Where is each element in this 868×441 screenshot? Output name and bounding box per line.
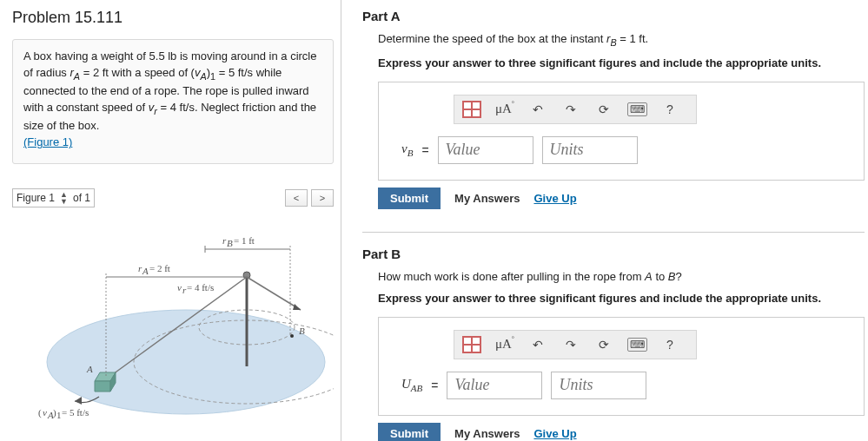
part-b-my-answers[interactable]: My Answers [454, 427, 520, 440]
svg-text:A: A [86, 364, 93, 374]
part-b-give-up[interactable]: Give Up [533, 427, 576, 440]
problem-title: Problem 15.111 [12, 9, 334, 27]
reset-icon[interactable]: ⟳ [592, 334, 616, 355]
part-a-units-input[interactable] [542, 136, 638, 164]
undo-icon[interactable]: ↶ [526, 99, 550, 120]
keyboard-icon[interactable]: ⌨ [625, 99, 649, 120]
figure-of-label: of 1 [73, 192, 90, 204]
template-tool-icon[interactable] [460, 334, 484, 355]
reset-icon[interactable]: ⟳ [592, 99, 616, 120]
part-b-submit-button[interactable]: Submit [378, 423, 441, 441]
part-b-instruction: Express your answer to three significant… [362, 292, 865, 305]
svg-line-7 [247, 277, 301, 310]
equals-sign: = [431, 378, 438, 392]
part-b-units-input[interactable] [551, 372, 646, 399]
svg-point-12 [290, 334, 294, 338]
figure-next-button[interactable]: > [311, 189, 334, 207]
part-b-title: Part B [362, 247, 865, 261]
svg-text:A: A [142, 266, 149, 276]
svg-marker-10 [95, 381, 110, 392]
svg-marker-27 [75, 397, 82, 405]
part-b-question: How much work is done after pulling in t… [362, 270, 865, 283]
svg-text:v: v [177, 282, 182, 293]
part-a-toolbar: μA° ↶ ↷ ⟳ ⌨ ? [454, 95, 697, 124]
part-a-answer-box: μA° ↶ ↷ ⟳ ⌨ ? vB = [378, 82, 865, 181]
undo-icon[interactable]: ↶ [526, 334, 550, 355]
equals-sign: = [421, 143, 428, 157]
part-a-give-up[interactable]: Give Up [533, 192, 576, 205]
problem-statement-box: A box having a weight of 5.5 lb is movin… [12, 39, 334, 164]
special-char-tool[interactable]: μA° [493, 334, 517, 355]
svg-text:B: B [299, 326, 305, 336]
svg-text:(: ( [38, 407, 42, 418]
figure-spinner-icon[interactable]: ▲▼ [60, 191, 68, 205]
svg-text:= 1 ft: = 1 ft [234, 235, 255, 246]
part-a-instruction: Express your answer to three significant… [362, 56, 865, 69]
help-icon[interactable]: ? [658, 334, 682, 355]
keyboard-icon[interactable]: ⌨ [625, 334, 649, 355]
part-b-value-input[interactable] [447, 372, 542, 399]
svg-text:1: 1 [56, 410, 62, 420]
svg-text:= 4 ft/s: = 4 ft/s [187, 282, 214, 293]
svg-text:= 2 ft: = 2 ft [149, 263, 170, 273]
svg-text:v: v [43, 407, 47, 418]
figure-selector[interactable]: Figure 1 ▲▼ of 1 [12, 188, 95, 207]
figure-image: r A = 2 ft r B = 1 ft v r = 4 ft/s ( v [12, 223, 334, 425]
svg-text:B: B [227, 238, 233, 248]
part-a-variable: vB [401, 142, 413, 158]
svg-point-0 [47, 310, 325, 414]
part-b-answer-box: μA° ↶ ↷ ⟳ ⌨ ? UAB = [378, 317, 865, 416]
redo-icon[interactable]: ↷ [559, 334, 583, 355]
part-b-variable: UAB [401, 377, 422, 393]
redo-icon[interactable]: ↷ [559, 99, 583, 120]
part-a-title: Part A [362, 9, 865, 23]
part-a-submit-button[interactable]: Submit [378, 188, 441, 209]
template-tool-icon[interactable] [460, 99, 484, 120]
part-a-question: Determine the speed of the box at the in… [362, 32, 865, 48]
part-a-my-answers[interactable]: My Answers [454, 192, 520, 205]
part-b-toolbar: μA° ↶ ↷ ⟳ ⌨ ? [454, 330, 697, 359]
svg-text:= 5 ft/s: = 5 ft/s [62, 407, 89, 418]
svg-marker-8 [293, 304, 301, 310]
figure-prev-button[interactable]: < [285, 189, 308, 207]
figure-current: Figure 1 [17, 192, 55, 204]
special-char-tool[interactable]: μA° [493, 99, 517, 120]
problem-statement: A box having a weight of 5.5 lb is movin… [23, 49, 316, 132]
help-icon[interactable]: ? [658, 99, 682, 120]
part-a-value-input[interactable] [438, 136, 533, 164]
figure-link[interactable]: (Figure 1) [23, 135, 72, 148]
